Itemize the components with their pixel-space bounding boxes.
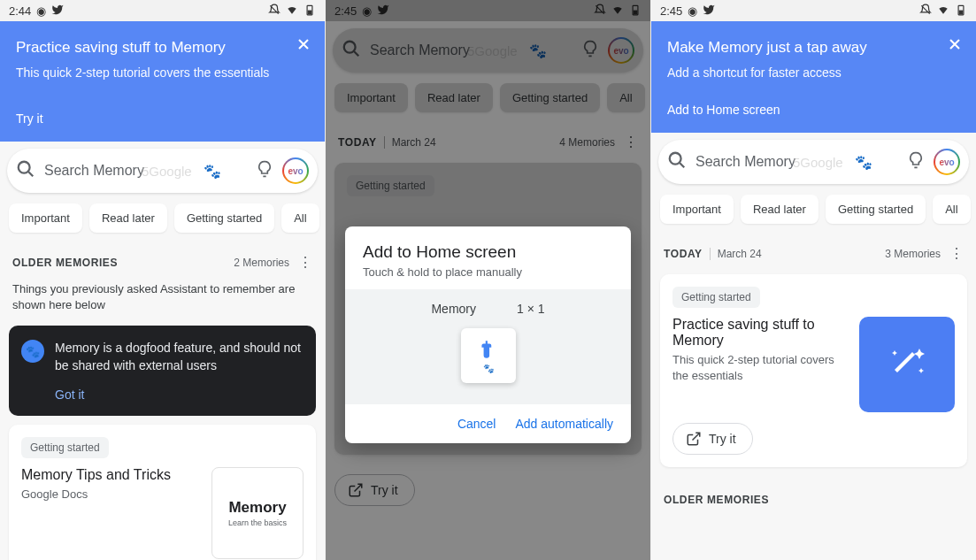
card-source: Google Docs xyxy=(21,487,201,502)
widget-preview[interactable]: 🐾 xyxy=(461,328,516,383)
dnd-icon xyxy=(268,4,281,19)
section-date: March 24 xyxy=(710,248,762,260)
card-tag: Getting started xyxy=(21,437,109,458)
wifi-icon xyxy=(286,4,298,19)
svg-point-2 xyxy=(19,162,30,173)
search-icon xyxy=(16,159,35,182)
banner-subtitle: This quick 2-step tutorial covers the es… xyxy=(16,65,309,80)
close-icon[interactable] xyxy=(295,35,312,57)
shortcut-banner: Make Memory just a tap away Add a shortc… xyxy=(651,21,976,133)
status-bar: 2:44 ◉ xyxy=(0,0,325,21)
dogfood-notice: 🐾 Memory is a dogfood feature, and shoul… xyxy=(9,326,316,415)
card-subtitle: This quick 2-step tutorial covers the es… xyxy=(672,352,849,384)
older-header: Older Memories xyxy=(651,476,976,510)
phone-2: 2:45 ◉ Search Memory5Google🐾 evo Importa… xyxy=(326,0,650,560)
search-bar[interactable]: Search Memory5Google🐾 evo xyxy=(658,140,969,184)
twitter-icon xyxy=(703,4,715,19)
overflow-icon[interactable]: ⋮ xyxy=(949,245,964,262)
bulb-icon[interactable] xyxy=(907,151,925,173)
dogfood-message: Memory is a dogfood feature, and should … xyxy=(55,340,304,374)
filter-chips: Important Read later Getting started All xyxy=(651,191,976,233)
card-title: Memory Tips and Tricks xyxy=(21,467,201,483)
section-label: Today xyxy=(664,248,703,260)
older-header: Older Memories 2 Memories ⋮ xyxy=(0,242,325,274)
chip-all[interactable]: All xyxy=(281,203,319,233)
memory-count: 2 Memories xyxy=(234,257,289,269)
memory-card[interactable]: Getting started Memory Tips and Tricks G… xyxy=(9,425,316,560)
chip-read-later[interactable]: Read later xyxy=(89,203,167,233)
dialog-title: Add to Home screen xyxy=(363,242,613,262)
phone-1: 2:44 ◉ Practice saving stuff to Memory T… xyxy=(0,0,325,560)
card-tag: Getting started xyxy=(672,287,760,308)
banner-title: Make Memory just a tap away xyxy=(667,39,960,57)
close-icon[interactable] xyxy=(946,35,964,57)
clock: 2:45 xyxy=(660,4,682,18)
phone-3: 2:45 ◉ Make Memory just a tap away Add a… xyxy=(651,0,976,560)
bulb-icon[interactable] xyxy=(256,160,273,181)
magic-wand-tile xyxy=(859,317,955,412)
clock: 2:44 xyxy=(9,4,31,18)
search-placeholder: Search Memory5Google🐾 xyxy=(44,163,247,179)
dialog-subtitle: Touch & hold to place manually xyxy=(363,265,613,279)
add-home-dialog: Add to Home screen Touch & hold to place… xyxy=(345,226,631,443)
banner-subtitle: Add a shortcut for faster access xyxy=(667,65,960,80)
section-subtext: Things you previously asked Assistant to… xyxy=(0,274,325,322)
evo-badge[interactable]: evo xyxy=(934,149,960,175)
battery-icon xyxy=(955,4,967,19)
chip-all[interactable]: All xyxy=(933,195,970,224)
banner-action[interactable]: Try it xyxy=(16,111,309,126)
try-it-button[interactable]: Try it xyxy=(672,423,753,455)
status-bar: 2:45 ◉ xyxy=(651,0,976,21)
memory-count: 3 Memories xyxy=(885,248,941,260)
chip-getting-started[interactable]: Getting started xyxy=(174,203,274,233)
filter-chips: Important Read later Getting started All xyxy=(0,200,325,242)
dnd-icon xyxy=(919,4,932,19)
globe-icon: ◉ xyxy=(688,4,697,18)
chip-getting-started[interactable]: Getting started xyxy=(826,195,926,224)
today-header: Today March 24 3 Memories ⋮ xyxy=(651,233,976,265)
wifi-icon xyxy=(937,4,949,19)
chip-important[interactable]: Important xyxy=(9,203,82,233)
evo-badge[interactable]: evo xyxy=(282,157,309,184)
svg-rect-1 xyxy=(308,11,311,14)
widget-name: Memory xyxy=(431,302,476,316)
tutorial-banner: Practice saving stuff to Memory This qui… xyxy=(0,21,325,142)
search-placeholder: Search Memory5Google🐾 xyxy=(695,154,898,170)
overflow-icon[interactable]: ⋮ xyxy=(298,254,312,271)
svg-point-8 xyxy=(670,153,681,165)
chip-important[interactable]: Important xyxy=(660,195,734,224)
battery-icon xyxy=(304,4,316,19)
cancel-button[interactable]: Cancel xyxy=(457,417,496,431)
search-bar[interactable]: Search Memory5Google🐾 evo xyxy=(7,149,318,193)
got-it-button[interactable]: Got it xyxy=(55,387,304,402)
tutorial-card[interactable]: Getting started Practice saving stuff to… xyxy=(660,274,967,467)
add-home-button[interactable]: Add to Home screen xyxy=(667,103,960,117)
add-automatically-button[interactable]: Add automatically xyxy=(515,417,613,431)
widget-size: 1 × 1 xyxy=(517,302,545,316)
banner-title: Practice saving stuff to Memory xyxy=(16,39,309,57)
section-label: Older Memories xyxy=(664,494,769,506)
paw-icon: 🐾 xyxy=(21,340,44,363)
twitter-icon xyxy=(51,4,64,19)
card-thumbnail: Memory Learn the basics xyxy=(211,467,304,559)
search-icon xyxy=(667,150,687,173)
globe-icon: ◉ xyxy=(36,4,46,18)
card-title: Practice saving stuff to Memory xyxy=(672,317,849,349)
section-label: Older Memories xyxy=(12,257,118,269)
svg-rect-7 xyxy=(959,11,963,14)
chip-read-later[interactable]: Read later xyxy=(741,195,818,224)
